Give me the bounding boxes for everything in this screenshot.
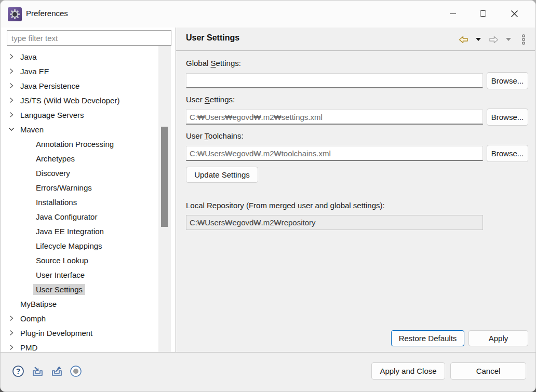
- local-repository-value: C:₩Users₩egovd₩.m2₩repository: [186, 215, 483, 230]
- tree-item-js-ts-wild-web-developer[interactable]: JS/TS (Wild Web Developer): [1, 93, 158, 107]
- view-menu-dots-icon[interactable]: [518, 33, 529, 46]
- tree-item-language-servers[interactable]: Language Servers: [1, 107, 158, 122]
- chevron-right-icon[interactable]: [7, 82, 18, 90]
- tree-item-java-configurator[interactable]: Java Configurator: [1, 209, 158, 224]
- tree-item-errors-warnings[interactable]: Errors/Warnings: [1, 180, 158, 195]
- settings-form: Global Settings: Browse... User Settings…: [176, 51, 535, 353]
- forward-history-dropdown-icon[interactable]: [503, 33, 514, 46]
- tree-item-user-settings[interactable]: User Settings: [1, 282, 158, 296]
- main-panel: User Settings: [176, 28, 535, 353]
- tree-item-source-lookup[interactable]: Source Lookup: [1, 253, 158, 267]
- tree-item-label: Errors/Warnings: [33, 182, 95, 193]
- tree-indent-spacer: [23, 140, 33, 148]
- header-toolbar: [458, 32, 529, 47]
- tree-item-java[interactable]: Java: [1, 49, 158, 64]
- preferences-dialog: Preferences JavaJava EEJava PersistenceJ…: [0, 0, 536, 392]
- tree-indent-spacer: [23, 227, 33, 235]
- export-preferences-icon[interactable]: [50, 364, 63, 378]
- tree-item-label: Discovery: [33, 168, 73, 179]
- help-icon[interactable]: ?: [11, 364, 25, 378]
- chevron-down-icon[interactable]: [7, 125, 18, 133]
- tree-item-label: Java Configurator: [33, 211, 100, 222]
- tree-item-annotation-processing[interactable]: Annotation Processing: [1, 137, 158, 151]
- page-header: User Settings: [176, 28, 535, 51]
- tree-item-mybatipse[interactable]: MyBatipse: [1, 296, 158, 311]
- titlebar: Preferences: [1, 1, 535, 28]
- tree-item-label: User Settings: [33, 284, 85, 295]
- tree-item-java-ee[interactable]: Java EE: [1, 64, 158, 78]
- local-repository-label: Local Repository (From merged user and g…: [186, 201, 385, 210]
- tree-item-user-interface[interactable]: User Interface: [1, 267, 158, 282]
- tree-item-label: MyBatipse: [18, 299, 59, 309]
- cancel-button[interactable]: Cancel: [450, 362, 526, 380]
- tree-item-archetypes[interactable]: Archetypes: [1, 151, 158, 166]
- page-title: User Settings: [186, 33, 239, 43]
- tree-indent-spacer: [23, 212, 33, 221]
- filter-input[interactable]: [7, 30, 171, 46]
- tree-item-label: Java: [18, 51, 39, 62]
- chevron-right-icon[interactable]: [7, 96, 18, 104]
- import-preferences-icon[interactable]: [31, 364, 44, 378]
- preferences-gear-icon: [8, 7, 22, 21]
- tree-item-maven[interactable]: Maven: [1, 122, 158, 137]
- tree-indent-spacer: [23, 169, 33, 177]
- global-settings-input[interactable]: [186, 73, 483, 88]
- maximize-button[interactable]: [471, 2, 495, 25]
- tree-item-label: Oomph: [18, 313, 48, 324]
- tree-indent-spacer: [23, 198, 33, 206]
- user-toolchains-input[interactable]: [186, 146, 483, 161]
- tree-item-label: PMD: [18, 342, 40, 353]
- chevron-right-icon[interactable]: [7, 111, 18, 119]
- tree-item-label: Language Servers: [18, 110, 87, 120]
- tree-item-oomph[interactable]: Oomph: [1, 311, 158, 326]
- minimize-button[interactable]: [441, 2, 465, 25]
- record-preferences-icon[interactable]: [69, 364, 83, 378]
- user-toolchains-browse-button[interactable]: Browse...: [487, 145, 528, 162]
- tree-indent-spacer: [23, 183, 33, 192]
- tree-indent-spacer: [7, 300, 18, 308]
- chevron-right-icon[interactable]: [7, 343, 18, 352]
- sidebar-scrollbar-thumb[interactable]: [161, 127, 168, 227]
- apply-and-close-button[interactable]: Apply and Close: [371, 362, 445, 380]
- tree-item-pmd[interactable]: PMD: [1, 340, 158, 353]
- chevron-right-icon[interactable]: [7, 314, 18, 322]
- tree-indent-spacer: [23, 285, 33, 293]
- tree-item-label: Java EE Integration: [33, 226, 106, 237]
- sidebar: JavaJava EEJava PersistenceJS/TS (Wild W…: [1, 28, 176, 353]
- chevron-right-icon[interactable]: [7, 52, 18, 61]
- tree-item-installations[interactable]: Installations: [1, 195, 158, 209]
- tree-item-lifecycle-mappings[interactable]: Lifecycle Mappings: [1, 238, 158, 253]
- tree-indent-spacer: [23, 256, 33, 264]
- tree-item-label: Annotation Processing: [33, 139, 116, 150]
- update-settings-button[interactable]: Update Settings: [186, 167, 258, 183]
- tree-indent-spacer: [23, 271, 33, 279]
- tree-item-java-persistence[interactable]: Java Persistence: [1, 78, 158, 93]
- apply-button[interactable]: Apply: [468, 330, 528, 346]
- tree-item-label: Lifecycle Mappings: [33, 240, 105, 251]
- back-history-dropdown-icon[interactable]: [473, 33, 484, 46]
- chevron-right-icon[interactable]: [7, 329, 18, 337]
- tree-item-label: Java EE: [18, 66, 52, 77]
- tree-item-discovery[interactable]: Discovery: [1, 166, 158, 180]
- restore-defaults-button[interactable]: Restore Defaults: [391, 330, 464, 346]
- close-icon: [511, 10, 518, 18]
- user-settings-browse-button[interactable]: Browse...: [487, 109, 528, 126]
- minimize-icon: [450, 13, 456, 14]
- tree-item-java-ee-integration[interactable]: Java EE Integration: [1, 224, 158, 238]
- svg-text:?: ?: [16, 367, 21, 375]
- sidebar-scrollbar-track[interactable]: [158, 46, 171, 353]
- global-settings-browse-button[interactable]: Browse...: [487, 72, 528, 89]
- tree-item-label: Java Persistence: [18, 80, 82, 91]
- maximize-icon: [480, 10, 486, 17]
- close-button[interactable]: [502, 2, 526, 25]
- user-settings-input[interactable]: [186, 110, 483, 125]
- footer-bar: ?: [1, 352, 535, 391]
- tree-item-label: Plug-in Development: [18, 328, 95, 339]
- preferences-tree: JavaJava EEJava PersistenceJS/TS (Wild W…: [1, 49, 158, 353]
- forward-arrow-icon[interactable]: [488, 33, 499, 46]
- tree-item-plug-in-development[interactable]: Plug-in Development: [1, 326, 158, 340]
- chevron-right-icon[interactable]: [7, 67, 18, 75]
- tree-item-label: Maven: [18, 124, 46, 135]
- window-title: Preferences: [26, 9, 68, 18]
- back-arrow-icon[interactable]: [458, 33, 468, 46]
